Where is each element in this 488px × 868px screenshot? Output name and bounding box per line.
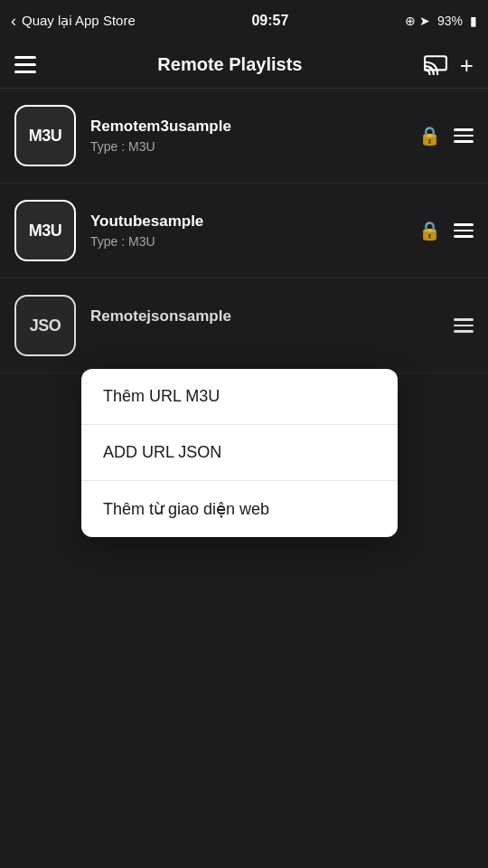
status-time: 09:57 [251, 13, 288, 29]
thumb-label-3: JSO [30, 316, 61, 335]
location-icon: ⊕ ➤ [405, 14, 430, 28]
nav-bar: Remote Playlists + [0, 42, 488, 89]
playlist-thumb-3: JSO [14, 295, 76, 356]
add-button[interactable]: + [460, 53, 474, 77]
reorder-button-2[interactable] [454, 223, 474, 238]
back-button[interactable]: ‹ Quay lại App Store [11, 12, 136, 31]
playlist-info-1: Remotem3usample Type : M3U [90, 118, 404, 154]
playlist-list: M3U Remotem3usample Type : M3U 🔒 M3U You… [0, 89, 488, 373]
lock-icon-1[interactable]: 🔒 [418, 125, 441, 146]
playlist-info-2: Youtubesample Type : M3U [90, 212, 404, 249]
playlist-name-1: Remotem3usample [90, 118, 404, 136]
playlist-actions-3 [454, 318, 474, 333]
dropdown-item-add-web[interactable]: Thêm từ giao diện web [81, 481, 398, 537]
battery-icon: ▮ [470, 14, 477, 28]
playlist-thumb-2: M3U [14, 200, 76, 261]
playlist-info-3: Remotejsonsample Type : JSON [90, 307, 439, 344]
dropdown-menu: Thêm URL M3U ADD URL JSON Thêm từ giao d… [81, 369, 398, 537]
hamburger-button[interactable] [14, 56, 36, 73]
playlist-name-3: Remotejsonsample [90, 307, 439, 326]
list-item: M3U Remotem3usample Type : M3U 🔒 [0, 89, 488, 184]
playlist-thumb-1: M3U [14, 105, 76, 166]
playlist-actions-2: 🔒 [418, 220, 474, 241]
cast-icon[interactable] [424, 55, 447, 75]
nav-actions: + [424, 53, 474, 77]
hamburger-line-2 [14, 63, 36, 66]
status-bar: ‹ Quay lại App Store 09:57 ⊕ ➤ 93% ▮ [0, 0, 488, 42]
thumb-label-2: M3U [29, 222, 62, 241]
playlist-name-2: Youtubesample [90, 212, 404, 231]
playlist-type-2: Type : M3U [90, 234, 404, 249]
page-title: Remote Playlists [36, 54, 424, 75]
list-item: JSO Remotejsonsample Type : JSON [0, 278, 488, 373]
playlist-actions-1: 🔒 [418, 125, 474, 146]
reorder-button-3[interactable] [454, 318, 474, 333]
lock-icon-2[interactable]: 🔒 [418, 220, 441, 241]
list-item: M3U Youtubesample Type : M3U 🔒 [0, 184, 488, 278]
reorder-button-1[interactable] [454, 128, 474, 143]
dropdown-item-add-json[interactable]: ADD URL JSON [81, 425, 398, 481]
playlist-type-1: Type : M3U [90, 139, 404, 154]
hamburger-line-3 [14, 71, 36, 73]
status-right: ⊕ ➤ 93% ▮ [405, 14, 477, 28]
back-chevron-icon: ‹ [11, 12, 16, 31]
hamburger-line-1 [14, 56, 36, 59]
battery-level: 93% [437, 14, 463, 28]
thumb-label-1: M3U [29, 127, 62, 146]
dropdown-item-add-m3u[interactable]: Thêm URL M3U [81, 369, 398, 425]
back-label: Quay lại App Store [22, 13, 136, 29]
